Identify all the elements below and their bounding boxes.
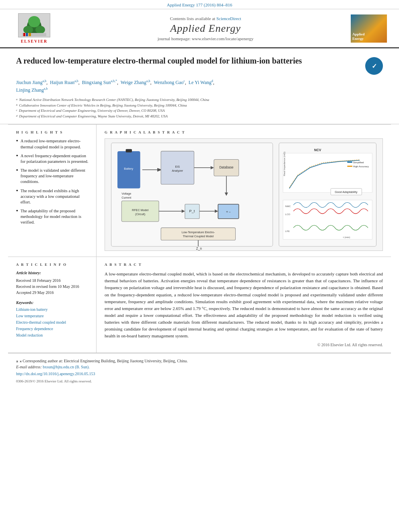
article-info-col: A R T I C L E I N F O Article history: R…	[8, 257, 97, 352]
svg-text:NMC: NMC	[285, 205, 291, 207]
svg-text:EIS: EIS	[175, 165, 180, 168]
svg-text:(Circuit): (Circuit)	[135, 213, 145, 216]
svg-text:P_t: P_t	[189, 210, 195, 214]
article-header: A reduced low-temperature electro-therma…	[0, 48, 399, 124]
received-date: Received 18 February 2016	[16, 277, 90, 283]
keyword-item: Frequency dependence	[16, 326, 90, 332]
highlights-heading: H I G H L I G H T S	[16, 130, 90, 134]
science-direct-link[interactable]: ScienceDirect	[216, 16, 241, 21]
journal-name: Applied Energy	[64, 23, 347, 35]
highlights-graphical-section: H I G H L I G H T S •A reduced low-tempe…	[8, 124, 391, 257]
journal-homepage-url: journal homepage: www.elsevier.com/locat…	[64, 36, 347, 41]
svg-text:LFE: LFE	[285, 230, 290, 232]
svg-text:High Accuracy: High Accuracy	[353, 165, 369, 168]
elsevier-wordmark: ELSEVIER	[21, 39, 48, 43]
crossmark-badge: ✓	[365, 57, 383, 75]
journal-title-area: Contents lists available at ScienceDirec…	[64, 16, 347, 41]
affiliations-section: aNational Active Distribution Network Te…	[16, 97, 383, 119]
accepted-date: Accepted 29 May 2016	[16, 290, 90, 296]
doi-link[interactable]: http://dx.doi.org/10.1016/j.apenergy.201…	[16, 372, 95, 376]
svg-text:Analyzer: Analyzer	[172, 169, 183, 173]
corresponding-author-note: ⁎ ⁎ Corresponding author at: Electrical …	[8, 357, 391, 370]
svg-text:Current: Current	[121, 196, 131, 200]
elsevier-logo-area: ELSEVIER	[8, 13, 60, 43]
keyword-item: Lithium-ion battery	[16, 306, 90, 313]
science-direct-label: Contents lists available at ScienceDirec…	[64, 16, 347, 21]
svg-text:Database: Database	[219, 166, 234, 170]
list-item: •A novel frequency-dependent equation fo…	[16, 153, 90, 164]
journal-reference: Applied Energy 177 (2016) 804–816	[0, 0, 399, 9]
svg-text:NCV: NCV	[314, 148, 321, 152]
svg-rect-6	[23, 33, 25, 36]
graphical-abstract-image: Battery Voltage Current Temperature EIS …	[105, 138, 383, 251]
svg-text:Simplified: Simplified	[353, 161, 364, 164]
revised-date: Received in revised form 10 May 2016	[16, 283, 90, 290]
abstract-heading: A B S T R A C T	[105, 263, 383, 267]
svg-text:Voltage: Voltage	[121, 192, 131, 195]
svg-point-4	[28, 16, 40, 27]
svg-text:Real Impedance (mΩ): Real Impedance (mΩ)	[283, 152, 286, 176]
svg-text:LCO: LCO	[285, 213, 290, 216]
abstract-col: A B S T R A C T A low-temperature electr…	[97, 257, 391, 352]
svg-rect-44	[283, 153, 372, 193]
svg-text:t (min): t (min)	[343, 236, 350, 238]
issn-line: 0306-2619/© 2016 Elsevier Ltd. All right…	[8, 379, 391, 387]
svg-rect-11	[126, 149, 132, 152]
article-title: A reduced low-temperature electro-therma…	[16, 55, 365, 66]
email-link[interactable]: bxsun@bjtu.edu.cn (B. Sun).	[43, 365, 89, 369]
svg-rect-37	[161, 228, 235, 240]
list-item: •A reduced low-temperature electro-therm…	[16, 138, 90, 150]
keyword-item: Low temperature	[16, 313, 90, 319]
copyright-notice: © 2016 Elsevier Ltd. All rights reserved…	[105, 343, 383, 347]
svg-text:Thermal Coupled Model: Thermal Coupled Model	[183, 234, 214, 238]
keywords-list: Lithium-ion battery Low temperature Elec…	[16, 306, 90, 339]
abstract-text: A low-temperature electro-thermal couple…	[105, 271, 383, 339]
svg-point-3	[35, 26, 45, 34]
svg-rect-8	[29, 33, 31, 36]
graphical-abstract-heading: G R A P H I C A L A B S T R A C T	[105, 130, 383, 134]
svg-text:Z_n: Z_n	[196, 247, 202, 251]
svg-text:+  −: + −	[226, 211, 231, 214]
elsevier-tree-icon	[18, 13, 50, 37]
svg-text:Good Adaptability: Good Adaptability	[335, 190, 358, 194]
article-history-label: Article history:	[16, 271, 90, 275]
svg-rect-47	[347, 162, 352, 163]
keyword-item: Model reduction	[16, 332, 90, 339]
keyword-item: Electro-thermal coupled model	[16, 319, 90, 326]
svg-point-2	[23, 26, 33, 34]
highlights-col: H I G H L I G H T S •A reduced low-tempe…	[8, 125, 97, 257]
svg-text:RFEC Model: RFEC Model	[132, 209, 149, 212]
list-item: •The model is validated under different …	[16, 168, 90, 185]
keywords-label: Keywords:	[16, 300, 90, 305]
article-info-abstract-section: A R T I C L E I N F O Article history: R…	[8, 257, 391, 352]
applied-energy-logo: AppliedEnergy	[351, 14, 391, 43]
svg-rect-5	[22, 33, 46, 36]
list-item: •The reduced model exhibits a high accur…	[16, 188, 90, 205]
journal-header: ELSEVIER Contents lists available at Sci…	[0, 9, 399, 48]
article-info-heading: A R T I C L E I N F O	[16, 263, 90, 267]
highlights-list: •A reduced low-temperature electro-therm…	[16, 138, 90, 225]
svg-text:Low-Temperature Electro-: Low-Temperature Electro-	[181, 230, 215, 234]
footer-section: ⁎ ⁎ Corresponding author at: Electrical …	[8, 353, 391, 388]
graphical-abstract-col: G R A P H I C A L A B S T R A C T Batter…	[97, 125, 391, 257]
svg-text:Battery: Battery	[124, 167, 133, 171]
svg-rect-7	[26, 33, 28, 36]
list-item: •The adaptability of the proposed method…	[16, 208, 90, 226]
svg-rect-49	[347, 166, 352, 167]
doi-line: http://dx.doi.org/10.1016/j.apenergy.201…	[8, 370, 391, 379]
authors-section: Jiuchun Jianga,b, Haijun Ruana,b, Bingxi…	[16, 79, 383, 94]
